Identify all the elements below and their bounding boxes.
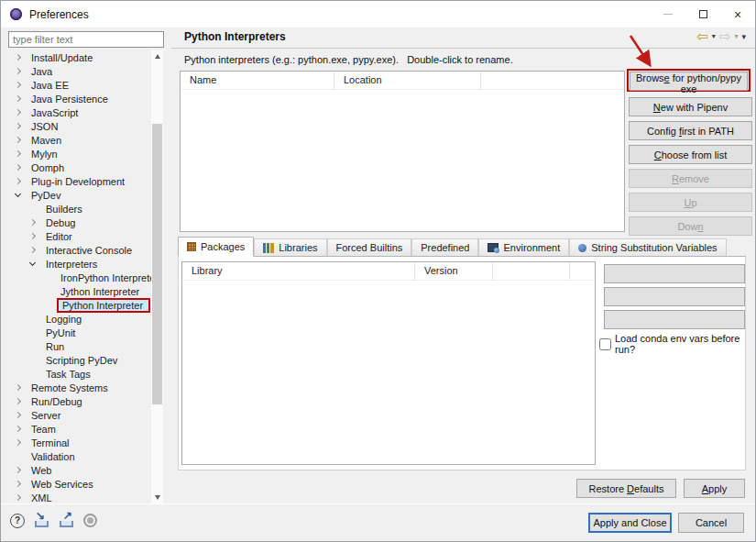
apply-and-close-button[interactable]: Apply and Close [588, 513, 672, 533]
tree-item[interactable]: Install/Update [8, 50, 151, 64]
tree-item[interactable]: JavaScript [8, 105, 151, 119]
tree-item[interactable]: Logging [8, 312, 151, 326]
tree-item[interactable]: Server [8, 408, 151, 422]
tree-item[interactable]: Team [8, 422, 151, 436]
manage-button[interactable] [604, 264, 745, 283]
filter-input[interactable] [8, 31, 164, 48]
expander-icon[interactable] [15, 426, 21, 432]
tree-item[interactable]: Terminal [8, 436, 151, 449]
tree-item[interactable]: Jython Interpreter [8, 284, 151, 298]
expander-icon[interactable] [15, 494, 21, 501]
manage-button[interactable] [604, 287, 745, 306]
column-header-version[interactable]: Version [415, 262, 493, 280]
expander-icon[interactable] [15, 95, 21, 102]
tree-item[interactable]: XML [8, 491, 151, 503]
help-icon[interactable]: ? [10, 514, 25, 528]
side-button[interactable]: Up [629, 193, 752, 212]
side-button[interactable]: New with Pipenv [629, 97, 752, 116]
expander-icon[interactable] [15, 481, 21, 487]
tree-item[interactable]: Editor [8, 229, 151, 243]
apply-button[interactable]: Apply [684, 479, 745, 498]
expander-icon[interactable] [15, 191, 21, 197]
restore-defaults-button[interactable]: Restore Defaults [576, 479, 676, 498]
expander-icon[interactable] [15, 137, 21, 143]
expander-icon[interactable] [15, 109, 21, 116]
scrollbar-thumb[interactable] [152, 124, 162, 404]
column-header-library[interactable]: Library [182, 262, 415, 280]
tree-item[interactable]: Oomph [8, 160, 151, 174]
forward-dropdown-icon[interactable]: ▾ [734, 32, 738, 40]
conda-env-checkbox[interactable] [599, 338, 611, 350]
expander-icon[interactable] [29, 260, 36, 266]
maximize-button[interactable] [685, 1, 720, 28]
tree-item[interactable]: Run/Debug [8, 394, 151, 408]
tree-item[interactable]: Remote Systems [8, 381, 151, 394]
expander-icon[interactable] [15, 164, 21, 171]
expander-icon[interactable] [29, 233, 36, 239]
expander-icon[interactable] [29, 219, 36, 226]
tree-item[interactable]: Validation [8, 449, 151, 463]
tree-item[interactable]: IronPython Interpreter [8, 271, 151, 284]
expander-icon[interactable] [15, 150, 21, 157]
side-button[interactable]: Down [629, 216, 752, 236]
scroll-down-icon[interactable] [151, 492, 163, 503]
tree-item[interactable]: Java Persistence [8, 92, 151, 105]
interpreters-table[interactable]: Name Location [180, 71, 625, 232]
expander-icon[interactable] [15, 178, 21, 184]
tab[interactable]: Packages [178, 237, 254, 257]
tree-item[interactable]: PyUnit [8, 326, 151, 339]
packages-table[interactable]: Library Version [181, 261, 596, 465]
tree-item[interactable]: Java EE [8, 78, 151, 92]
expander-icon[interactable] [15, 54, 21, 61]
tree-item[interactable]: Maven [8, 133, 151, 147]
tree-item[interactable]: Plug-in Development [8, 174, 151, 188]
cancel-button[interactable]: Cancel [678, 513, 744, 533]
tree-item[interactable]: Java [8, 64, 151, 78]
tree-item[interactable]: JSON [8, 119, 151, 133]
expander-icon[interactable] [15, 384, 21, 391]
tree-item[interactable]: PyDev [8, 188, 151, 202]
manage-button[interactable] [604, 310, 745, 329]
minimize-button[interactable] [651, 1, 685, 28]
preference-recorder-icon[interactable] [83, 514, 97, 527]
expander-icon[interactable] [15, 82, 21, 88]
expander-icon[interactable] [29, 247, 36, 253]
tab[interactable]: Environment [478, 238, 569, 256]
tree-item[interactable]: Run [8, 339, 151, 353]
view-menu-icon[interactable]: ▾ [741, 32, 746, 41]
tree-item[interactable]: Debug [8, 216, 151, 229]
expander-icon[interactable] [15, 68, 21, 74]
expander-icon[interactable] [15, 123, 21, 129]
expander-icon[interactable] [15, 398, 21, 404]
column-header-name[interactable]: Name [181, 72, 334, 89]
side-button[interactable]: Remove [629, 169, 752, 188]
sidebar-scrollbar[interactable] [151, 50, 163, 503]
tree-item[interactable]: Mylyn [8, 147, 151, 160]
export-preferences-icon[interactable]: ↗ [59, 513, 74, 528]
tree-item[interactable]: Interactive Console [8, 243, 151, 257]
tree-item[interactable]: Web Services [8, 477, 151, 491]
column-header-location[interactable]: Location [334, 72, 481, 89]
import-preferences-icon[interactable]: ↘ [34, 513, 49, 528]
scroll-up-icon[interactable] [151, 50, 163, 62]
tab[interactable]: Forced Builtins [327, 238, 412, 256]
side-button[interactable]: Choose from list [629, 145, 752, 164]
side-button[interactable]: Browse for python/pypy exe [630, 72, 748, 91]
expander-icon[interactable] [15, 412, 21, 418]
tree-item[interactable]: Scripting PyDev [8, 353, 151, 367]
tree-item[interactable]: Task Tags [8, 367, 151, 381]
close-button[interactable]: × [720, 1, 755, 28]
tab[interactable]: String Substitution Variables [569, 238, 726, 256]
tree-item[interactable]: Builders [8, 202, 151, 216]
back-arrow-icon[interactable]: ⇦ [696, 29, 708, 43]
back-dropdown-icon[interactable]: ▾ [712, 32, 716, 40]
tab[interactable]: Libraries [254, 238, 326, 256]
tree-item[interactable]: Interpreters [8, 257, 151, 271]
forward-arrow-icon[interactable]: ⇨ [719, 29, 731, 43]
tab[interactable]: Predefined [411, 238, 478, 256]
expander-icon[interactable] [15, 439, 21, 446]
expander-icon[interactable] [15, 467, 21, 473]
tree-item[interactable]: Web [8, 463, 151, 477]
side-button[interactable]: Config first in PATH [629, 121, 752, 140]
tree-item[interactable]: Python Interpreter [8, 298, 151, 312]
